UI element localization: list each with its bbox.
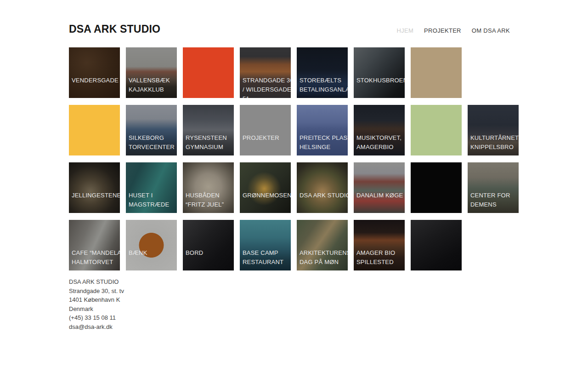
project-tile-jellingestenen[interactable]: JELLINGESTENEN bbox=[69, 162, 120, 213]
project-tile-label: KULTURTÅRNETKNIPPELSBRO bbox=[470, 133, 519, 152]
project-tile-label: AMAGER BIOSPILLESTED bbox=[356, 248, 395, 267]
project-tile-label: BASE CAMPRESTAURANT bbox=[243, 248, 283, 267]
project-tile-silkeborg-torvecenter[interactable]: SILKEBORGTORVECENTER bbox=[126, 105, 177, 155]
phone-number: (+45) 33 15 08 11 bbox=[69, 313, 519, 322]
project-tile-kulturtaarnet-knippelsbro[interactable]: KULTURTÅRNETKNIPPELSBRO bbox=[468, 105, 519, 155]
project-tile-solid-tan[interactable] bbox=[411, 47, 462, 98]
page: DSA ARK STUDIO HJEM PROJEKTER OM DSA ARK… bbox=[69, 0, 519, 331]
nav-item-projekter[interactable]: PROJEKTER bbox=[424, 27, 461, 34]
project-tile-label: STOKHUSBROEN bbox=[356, 76, 405, 85]
project-tile-rysensteen-gymnasium[interactable]: RYSENSTEENGYMNASIUM bbox=[183, 105, 234, 155]
email-link[interactable]: dsa@dsa-ark.dk bbox=[69, 322, 519, 332]
project-tile-solid-orange[interactable] bbox=[183, 47, 234, 98]
project-tile-label: HUSBÅDEN“FRITZ JUEL” bbox=[186, 191, 224, 209]
project-tile-label: PROJEKTER bbox=[243, 133, 279, 143]
nav-item-om-dsa-ark[interactable]: OM DSA ARK bbox=[472, 27, 510, 34]
project-tile-label: DANALIM KØGE bbox=[356, 191, 403, 200]
project-tile-label: DSA ARK STUDIO bbox=[300, 191, 348, 200]
project-tile-danalim-koege[interactable]: DANALIM KØGE bbox=[354, 162, 405, 213]
project-tile-label: GRØNNEMOSEN bbox=[243, 191, 291, 200]
site-title[interactable]: DSA ARK STUDIO bbox=[69, 23, 160, 35]
project-tile-arkitekturens-dag-paa-moen[interactable]: ARKITEKTURENSDAG PÅ MØN bbox=[297, 220, 348, 270]
project-tile-groennemosen[interactable]: GRØNNEMOSEN bbox=[240, 162, 291, 213]
project-tile-center-for-demens[interactable]: CENTER FORDEMENS bbox=[468, 162, 519, 213]
project-tile-label: RYSENSTEENGYMNASIUM bbox=[186, 133, 227, 152]
project-tile-table-dark[interactable] bbox=[411, 220, 462, 270]
project-tile-label: PREITECK PLASTHELSINGE bbox=[300, 133, 348, 152]
project-tile-vendersgade[interactable]: VENDERSGADE bbox=[69, 47, 120, 98]
project-tile-label: CENTER FORDEMENS bbox=[470, 191, 510, 209]
project-tile-solid-black[interactable] bbox=[411, 162, 462, 213]
footer-street-address: Strandgade 30, st. tv bbox=[69, 287, 519, 296]
footer-studio-name: DSA ARK STUDIO bbox=[69, 277, 519, 287]
project-tile-base-camp-restaurant[interactable]: BASE CAMPRESTAURANT bbox=[240, 220, 291, 270]
project-tile-label: MUSIKTORVET,AMAGERBIO bbox=[356, 133, 401, 152]
project-tile-baenk[interactable]: BÆNK bbox=[126, 220, 177, 270]
project-tile-solid-yellow[interactable] bbox=[69, 105, 120, 155]
project-tile-projekter[interactable]: PROJEKTER bbox=[240, 105, 291, 155]
footer: DSA ARK STUDIO Strandgade 30, st. tv 140… bbox=[69, 277, 519, 331]
footer-city: 1401 København K bbox=[69, 295, 519, 305]
project-tile-dsa-ark-studio[interactable]: DSA ARK STUDIO bbox=[297, 162, 348, 213]
project-tile-label: ARKITEKTURENSDAG PÅ MØN bbox=[300, 248, 348, 267]
project-tile-husbaaden-fritz-juel[interactable]: HUSBÅDEN“FRITZ JUEL” bbox=[183, 162, 234, 213]
header: DSA ARK STUDIO HJEM PROJEKTER OM DSA ARK bbox=[69, 23, 519, 35]
project-tile-stokhusbroen[interactable]: STOKHUSBROEN bbox=[354, 47, 405, 98]
nav-item-hjem[interactable]: HJEM bbox=[396, 27, 413, 34]
project-tile-label: STRANDGADE 36/ WILDERSGADE51 bbox=[243, 76, 291, 98]
project-tile-musiktorvet-amagerbio[interactable]: MUSIKTORVET,AMAGERBIO bbox=[354, 105, 405, 155]
grid-row: SILKEBORGTORVECENTERRYSENSTEENGYMNASIUMP… bbox=[69, 105, 519, 155]
project-tile-strandgade-36-wildersgade-51[interactable]: STRANDGADE 36/ WILDERSGADE51 bbox=[240, 47, 291, 98]
project-tile-bord[interactable]: BORD bbox=[183, 220, 234, 270]
project-tile-label: BORD bbox=[186, 248, 203, 258]
project-tile-huset-i-magstraede[interactable]: HUSET IMAGSTRÆDE bbox=[126, 162, 177, 213]
grid-row: CAFE “MANDELA”,HALMTORVETBÆNKBORDBASE CA… bbox=[69, 220, 519, 270]
project-tile-label: VENDERSGADE bbox=[72, 76, 119, 85]
project-grid: VENDERSGADEVALLENSBÆKKAJAKKLUBSTRANDGADE… bbox=[69, 47, 519, 270]
footer-country: Denmark bbox=[69, 305, 519, 314]
project-tile-storebaelts-betalingsanlaeg[interactable]: STOREBÆLTSBETALINGSANLÆG bbox=[297, 47, 348, 98]
project-tile-vallensbaek-kajakklub[interactable]: VALLENSBÆKKAJAKKLUB bbox=[126, 47, 177, 98]
project-tile-solid-green[interactable] bbox=[411, 105, 462, 155]
project-tile-label: VALLENSBÆKKAJAKKLUB bbox=[129, 76, 170, 94]
project-tile-label: CAFE “MANDELA”,HALMTORVET bbox=[72, 248, 120, 267]
project-tile-preiteck-plast-helsinge[interactable]: PREITECK PLASTHELSINGE bbox=[297, 105, 348, 155]
project-tile-label: JELLINGESTENEN bbox=[72, 191, 120, 200]
main-nav: HJEM PROJEKTER OM DSA ARK bbox=[396, 27, 510, 35]
project-tile-amager-bio-spillested[interactable]: AMAGER BIOSPILLESTED bbox=[354, 220, 405, 270]
project-tile-label: STOREBÆLTSBETALINGSANLÆG bbox=[300, 76, 348, 94]
grid-row: JELLINGESTENENHUSET IMAGSTRÆDEHUSBÅDEN“F… bbox=[69, 162, 519, 213]
project-tile-cafe-mandela-halmtorvet[interactable]: CAFE “MANDELA”,HALMTORVET bbox=[69, 220, 120, 270]
project-tile-label: HUSET IMAGSTRÆDE bbox=[129, 191, 169, 209]
project-tile-label: SILKEBORGTORVECENTER bbox=[129, 133, 175, 152]
project-tile-label: BÆNK bbox=[129, 248, 147, 258]
grid-row: VENDERSGADEVALLENSBÆKKAJAKKLUBSTRANDGADE… bbox=[69, 47, 519, 98]
